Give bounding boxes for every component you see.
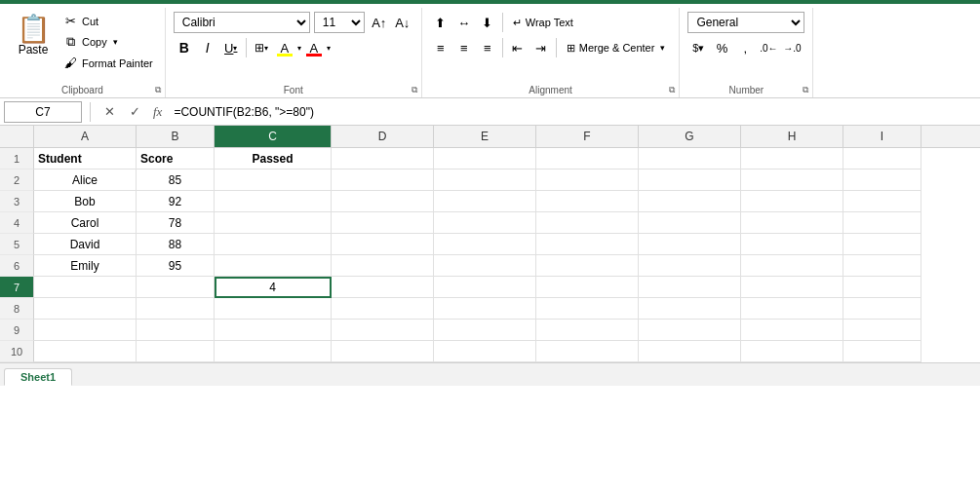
align-top-button[interactable]: ⬆ [430, 12, 451, 33]
font-expand-icon[interactable]: ⧉ [412, 85, 417, 95]
confirm-formula-button[interactable]: ✓ [124, 101, 145, 123]
list-item[interactable] [215, 298, 332, 320]
row-number-1[interactable]: 1 [0, 148, 34, 170]
list-item[interactable] [536, 148, 639, 170]
row-number-9[interactable]: 9 [0, 320, 34, 341]
list-item[interactable] [843, 298, 921, 320]
list-item[interactable] [434, 170, 536, 191]
align-middle-button[interactable]: ↔ [453, 12, 475, 33]
list-item[interactable]: Student [34, 148, 137, 170]
list-item[interactable]: Score [137, 148, 215, 170]
list-item[interactable] [215, 234, 332, 255]
list-item[interactable] [536, 191, 639, 212]
list-item[interactable] [332, 255, 434, 277]
list-item[interactable] [741, 298, 843, 320]
list-item[interactable] [843, 255, 921, 277]
list-item[interactable]: 4 [215, 277, 332, 298]
increase-indent-button[interactable]: ⇥ [530, 37, 552, 58]
sheet-tab-sheet1[interactable]: Sheet1 [4, 368, 72, 386]
list-item[interactable] [536, 320, 639, 341]
wrap-text-button[interactable]: ↵ Wrap Text [507, 12, 579, 33]
cut-button[interactable]: ✂ Cut [59, 12, 157, 30]
list-item[interactable] [332, 212, 434, 234]
row-number-3[interactable]: 3 [0, 191, 34, 212]
list-item[interactable] [843, 320, 921, 341]
list-item[interactable] [741, 234, 843, 255]
font-color-button[interactable]: A [303, 37, 325, 58]
list-item[interactable] [741, 277, 843, 298]
list-item[interactable] [434, 234, 536, 255]
copy-dropdown-icon[interactable]: ▾ [113, 37, 118, 47]
col-header-c[interactable]: C [215, 126, 332, 147]
list-item[interactable] [34, 320, 137, 341]
list-item[interactable]: Alice [34, 170, 137, 191]
list-item[interactable] [741, 320, 843, 341]
underline-button[interactable]: U▾ [220, 37, 242, 58]
list-item[interactable] [34, 277, 137, 298]
number-format-select[interactable]: General [687, 12, 804, 33]
list-item[interactable] [639, 341, 741, 362]
list-item[interactable] [536, 212, 639, 234]
align-left-button[interactable]: ≡ [430, 37, 451, 58]
format-painter-button[interactable]: 🖌 Format Painter [59, 54, 157, 72]
list-item[interactable]: 85 [137, 170, 215, 191]
list-item[interactable] [536, 341, 639, 362]
list-item[interactable] [843, 212, 921, 234]
list-item[interactable] [741, 212, 843, 234]
row-number-6[interactable]: 6 [0, 255, 34, 277]
list-item[interactable]: Emily [34, 255, 137, 277]
list-item[interactable] [843, 148, 921, 170]
cancel-formula-button[interactable]: ✕ [98, 101, 120, 123]
align-bottom-button[interactable]: ⬇ [477, 12, 498, 33]
number-expand-icon[interactable]: ⧉ [803, 85, 808, 95]
row-number-2[interactable]: 2 [0, 170, 34, 191]
list-item[interactable] [332, 320, 434, 341]
col-header-i[interactable]: I [843, 126, 921, 147]
increase-font-size-button[interactable]: A↑ [369, 12, 390, 33]
merge-center-dropdown[interactable]: ▾ [660, 43, 665, 53]
decrease-decimal-button[interactable]: .0← [758, 37, 779, 58]
list-item[interactable] [215, 212, 332, 234]
font-size-select[interactable]: 11 [314, 12, 365, 33]
col-header-a[interactable]: A [34, 126, 137, 147]
list-item[interactable] [332, 277, 434, 298]
list-item[interactable]: Bob [34, 191, 137, 212]
list-item[interactable] [639, 277, 741, 298]
accounting-format-button[interactable]: $▾ [687, 37, 709, 58]
list-item[interactable]: Passed [215, 148, 332, 170]
list-item[interactable] [741, 148, 843, 170]
comma-button[interactable]: , [734, 37, 756, 58]
percent-button[interactable]: % [711, 37, 732, 58]
decrease-indent-button[interactable]: ⇤ [507, 37, 529, 58]
list-item[interactable]: 78 [137, 212, 215, 234]
list-item[interactable] [137, 298, 215, 320]
align-center-button[interactable]: ≡ [453, 37, 475, 58]
list-item[interactable] [434, 255, 536, 277]
list-item[interactable] [332, 170, 434, 191]
list-item[interactable] [639, 191, 741, 212]
list-item[interactable] [639, 320, 741, 341]
list-item[interactable] [639, 255, 741, 277]
row-number-8[interactable]: 8 [0, 298, 34, 320]
col-header-f[interactable]: F [536, 126, 639, 147]
paste-button[interactable]: 📋 Paste [8, 12, 59, 60]
col-header-d[interactable]: D [332, 126, 434, 147]
list-item[interactable] [843, 277, 921, 298]
list-item[interactable]: David [34, 234, 137, 255]
list-item[interactable] [434, 298, 536, 320]
list-item[interactable] [536, 277, 639, 298]
col-header-g[interactable]: G [639, 126, 741, 147]
italic-button[interactable]: I [197, 37, 218, 58]
list-item[interactable] [434, 320, 536, 341]
list-item[interactable] [434, 277, 536, 298]
list-item[interactable] [434, 341, 536, 362]
bold-button[interactable]: B [174, 37, 195, 58]
fill-color-button[interactable]: A [274, 37, 295, 58]
alignment-expand-icon[interactable]: ⧉ [669, 85, 675, 95]
list-item[interactable] [137, 341, 215, 362]
list-item[interactable]: 92 [137, 191, 215, 212]
list-item[interactable] [639, 170, 741, 191]
list-item[interactable] [332, 234, 434, 255]
list-item[interactable]: 88 [137, 234, 215, 255]
list-item[interactable] [536, 298, 639, 320]
